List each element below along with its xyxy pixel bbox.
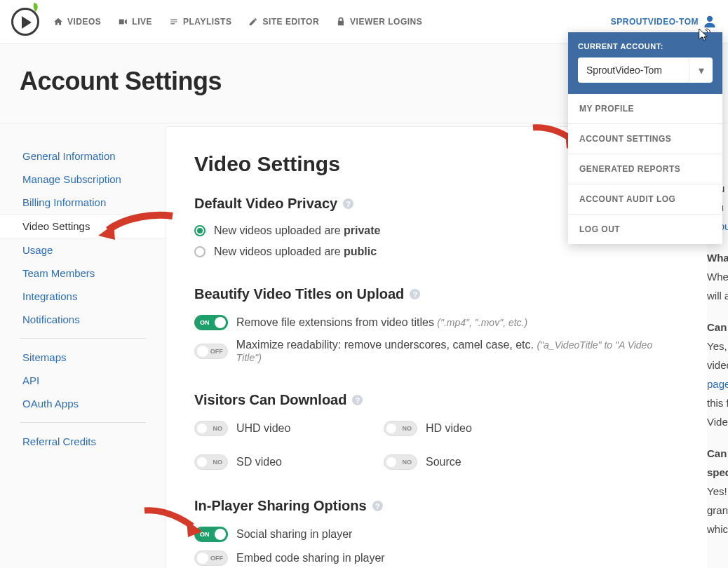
text: Wher	[707, 271, 728, 283]
nav-items: VIDEOS LIVE PLAYLISTS SITE EDITOR VIEWER…	[53, 17, 422, 27]
sidebar-item-team[interactable]: Team Members	[0, 262, 166, 285]
help-icon[interactable]: ?	[343, 198, 353, 209]
sidebar-item-notifications[interactable]: Notifications	[0, 308, 166, 331]
lock-icon	[336, 17, 346, 27]
sidebar-item-integrations[interactable]: Integrations	[0, 285, 166, 308]
sharing-social-row: ON Social sharing in player	[194, 522, 679, 546]
toggle-no[interactable]: NO	[384, 454, 417, 470]
download-source: NO Source	[384, 450, 559, 474]
video-icon	[118, 17, 128, 27]
sidebar-item-subscription[interactable]: Manage Subscription	[0, 168, 166, 191]
text: What	[707, 252, 728, 264]
radio-label: New videos uploaded are public	[214, 245, 377, 258]
sidebar-item-general[interactable]: General Information	[0, 144, 166, 168]
list-icon	[169, 17, 179, 27]
toggle-label: Source	[426, 456, 461, 468]
dropdown-log-out[interactable]: LOG OUT	[568, 215, 722, 244]
nav-label: VIEWER LOGINS	[350, 17, 422, 27]
toggle-label: Embed code sharing in player	[236, 552, 385, 564]
beautify-readability-row: OFF Maximize readability: remove undersc…	[194, 334, 679, 368]
account-dropdown: CURRENT ACCOUNT: SproutVideo-Tom ▾ MY PR…	[568, 32, 722, 244]
nav-label: PLAYLISTS	[183, 17, 231, 27]
toggle-label: HD video	[426, 422, 472, 435]
section-download: Visitors Can Download? NO UHD video NO H…	[194, 392, 679, 474]
dropdown-my-profile[interactable]: MY PROFILE	[568, 94, 722, 124]
toggle-on[interactable]: ON	[194, 315, 228, 330]
logo[interactable]	[11, 8, 39, 36]
toggle-no[interactable]: NO	[194, 421, 228, 436]
text: Can I	[707, 321, 728, 333]
link[interactable]: page.	[707, 378, 728, 390]
nav-label: LIVE	[132, 17, 152, 27]
privacy-public-row[interactable]: New videos uploaded are public	[194, 241, 679, 262]
toggle-off[interactable]: OFF	[194, 550, 228, 566]
text: Yes! Y	[707, 485, 728, 497]
toggle-no[interactable]: NO	[194, 454, 228, 470]
home-icon	[53, 17, 63, 27]
download-sd: NO SD video	[194, 450, 370, 474]
sidebar: General Information Manage Subscription …	[0, 123, 166, 453]
nav-videos[interactable]: VIDEOS	[53, 17, 101, 27]
help-icon[interactable]: ?	[352, 395, 363, 405]
section-heading: In-Player Sharing Options	[194, 498, 367, 514]
text: video	[707, 359, 728, 371]
dropdown-account-settings[interactable]: ACCOUNT SETTINGS	[568, 124, 722, 154]
nav-playlists[interactable]: PLAYLISTS	[169, 17, 231, 27]
sidebar-item-sitemaps[interactable]: Sitemaps	[0, 346, 166, 369]
help-icon[interactable]: ?	[372, 501, 383, 511]
radio-icon[interactable]	[194, 246, 205, 257]
dropdown-generated-reports[interactable]: GENERATED REPORTS	[568, 154, 722, 184]
nav-label: VIDEOS	[67, 17, 101, 27]
radio-label: New videos uploaded are private	[214, 224, 380, 237]
help-icon[interactable]: ?	[410, 289, 420, 299]
text: which	[707, 523, 728, 535]
text: will a	[707, 290, 728, 302]
account-select-value: SproutVideo-Tom	[578, 58, 689, 83]
account-name: SPROUTVIDEO-TOM	[611, 17, 699, 27]
sidebar-item-api[interactable]: API	[0, 369, 166, 392]
section-beautify: Beautify Video Titles on Upload? ON Remo…	[194, 286, 679, 368]
beautify-ext-row: ON Remove file extensions from video tit…	[194, 311, 679, 334]
sidebar-item-video-settings[interactable]: Video Settings	[0, 214, 166, 238]
section-heading: Beautify Video Titles on Upload	[194, 286, 404, 302]
toggle-label: Social sharing in player	[236, 528, 352, 541]
nav-site-editor[interactable]: SITE EDITOR	[248, 17, 319, 27]
section-sharing: In-Player Sharing Options? ON Social sha…	[194, 498, 679, 568]
radio-checked-icon[interactable]	[194, 225, 205, 236]
nav-viewer-logins[interactable]: VIEWER LOGINS	[336, 17, 422, 27]
cursor-icon	[694, 27, 711, 43]
pencil-icon	[248, 17, 258, 27]
toggle-label: Maximize readability: remove underscores…	[236, 339, 679, 364]
divider	[20, 338, 146, 339]
dropdown-audit-log[interactable]: ACCOUNT AUDIT LOG	[568, 184, 722, 215]
nav-label: SITE EDITOR	[262, 17, 319, 27]
text: grant	[707, 504, 728, 516]
text: Yes, e	[707, 340, 728, 352]
divider	[20, 422, 146, 423]
toggle-label: Remove file extensions from video titles…	[236, 316, 527, 329]
text: Video	[707, 416, 728, 428]
text: spec	[707, 466, 728, 478]
text: this f	[707, 397, 728, 409]
sidebar-item-billing[interactable]: Billing Information	[0, 191, 166, 214]
sidebar-item-usage[interactable]: Usage	[0, 238, 166, 262]
text: Can I	[707, 447, 728, 459]
toggle-off[interactable]: OFF	[194, 344, 228, 359]
nav-live[interactable]: LIVE	[118, 17, 152, 27]
toggle-no[interactable]: NO	[384, 421, 417, 436]
section-heading: Default Video Privacy	[194, 196, 337, 212]
sharing-embed-row: OFF Embed code sharing in player	[194, 546, 679, 568]
download-uhd: NO UHD video	[194, 417, 370, 440]
download-hd: NO HD video	[384, 417, 559, 440]
account-select[interactable]: SproutVideo-Tom ▾	[578, 58, 713, 83]
toggle-on[interactable]: ON	[194, 527, 228, 542]
toggle-label: SD video	[236, 456, 282, 468]
sidebar-item-referral[interactable]: Referral Credits	[0, 430, 166, 453]
section-heading: Visitors Can Download	[194, 392, 346, 408]
sidebar-item-oauth[interactable]: OAuth Apps	[0, 392, 166, 415]
current-account-label: CURRENT ACCOUNT:	[578, 42, 713, 50]
toggle-label: UHD video	[236, 422, 290, 435]
leaf-icon	[27, 1, 41, 15]
chevron-down-icon: ▾	[689, 58, 713, 83]
